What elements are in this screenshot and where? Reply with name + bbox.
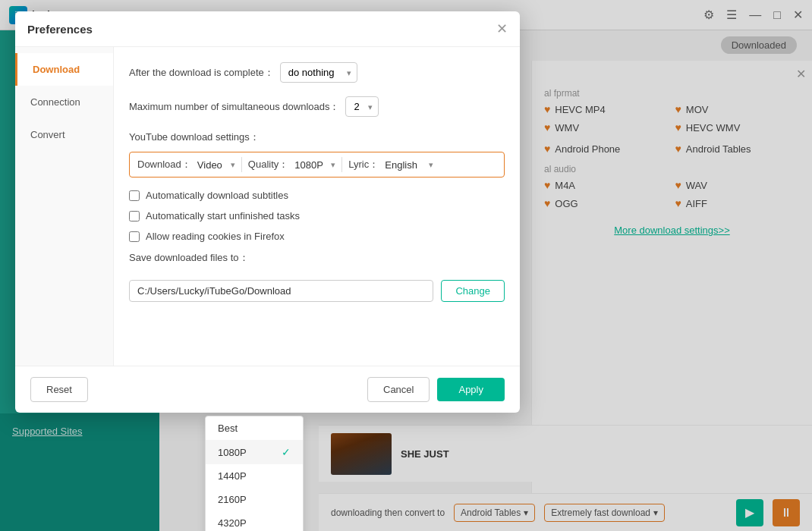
max-downloads-select[interactable]: 1 2 3 4 5	[345, 96, 379, 117]
max-downloads-row: Maximum number of simultaneous downloads…	[129, 96, 505, 117]
quality-option-2160p[interactable]: 2160P	[206, 488, 303, 511]
subtitle-label: Automatically download subtitles	[146, 190, 288, 201]
after-complete-select-wrap: do nothing open folder shutdown	[280, 62, 357, 83]
yt-settings-row: Download： Video Audio Quality： Best 10	[129, 152, 505, 178]
quality-option-best[interactable]: Best	[206, 416, 303, 440]
after-complete-row: After the download is complete： do nothi…	[129, 62, 505, 83]
change-button[interactable]: Change	[441, 280, 505, 302]
after-complete-select[interactable]: do nothing open folder shutdown	[280, 62, 357, 83]
save-row: Change	[129, 280, 505, 302]
yt-lyric-label: Lyric：	[348, 158, 379, 171]
modal-footer: Reset Cancel Apply	[15, 366, 520, 413]
quality-option-1080p[interactable]: 1080P ✓	[206, 440, 303, 464]
checkbox-row-3: Allow reading cookies in Firefox	[129, 231, 505, 242]
yt-quality-select-wrap: Best 1080P 1440P 2160P 4320P	[294, 159, 335, 171]
yt-video-select-wrap: Video Audio	[197, 159, 235, 171]
yt-settings-section: YouTube download settings： Download： Vid…	[129, 130, 505, 178]
quality-option-4320p[interactable]: 4320P	[206, 511, 303, 531]
yt-quality-label: Quality：	[248, 158, 288, 171]
nav-item-convert[interactable]: Convert	[15, 118, 113, 151]
yt-settings-label: YouTube download settings：	[129, 130, 505, 144]
nav-item-connection[interactable]: Connection	[15, 86, 113, 118]
divider-2	[341, 157, 342, 172]
reset-button[interactable]: Reset	[30, 377, 88, 402]
yt-lyric-select[interactable]: English Chinese French	[385, 159, 433, 171]
modal-title: Preferences	[27, 23, 93, 36]
yt-video-select[interactable]: Video Audio	[197, 159, 235, 171]
after-complete-label: After the download is complete：	[129, 66, 274, 80]
subtitle-checkbox[interactable]	[129, 190, 140, 201]
quality-option-1440p[interactable]: 1440P	[206, 464, 303, 488]
yt-lyric-select-wrap: English Chinese French	[385, 159, 433, 171]
unfinished-checkbox[interactable]	[129, 211, 140, 222]
nav-item-download[interactable]: Download	[15, 53, 113, 86]
checkbox-row-2: Automatically start unfinished tasks	[129, 210, 505, 222]
checkbox-row-1: Automatically download subtitles	[129, 190, 505, 201]
divider-1	[241, 157, 242, 172]
cookies-checkbox[interactable]	[129, 231, 140, 242]
modal-close-button[interactable]: ✕	[496, 20, 508, 37]
max-downloads-select-wrap: 1 2 3 4 5	[345, 96, 379, 117]
yt-quality-select[interactable]: Best 1080P 1440P 2160P 4320P	[294, 159, 335, 171]
modal-header: Preferences ✕	[15, 11, 520, 47]
save-label: Save downloaded files to：	[129, 251, 505, 265]
modal-body: Download Connection Convert After the do…	[15, 47, 520, 366]
apply-button[interactable]: Apply	[437, 378, 505, 401]
modal-content: After the download is complete： do nothi…	[114, 47, 520, 366]
modal-sidebar: Download Connection Convert	[15, 47, 114, 366]
check-icon: ✓	[282, 446, 291, 458]
max-downloads-label: Maximum number of simultaneous downloads…	[129, 100, 339, 114]
yt-download-label: Download：	[137, 158, 191, 171]
cookies-label: Allow reading cookies in Firefox	[146, 231, 285, 242]
unfinished-label: Automatically start unfinished tasks	[146, 210, 300, 222]
preferences-modal: Preferences ✕ Download Connection Conver…	[15, 11, 520, 413]
quality-dropdown: Best 1080P ✓ 1440P 2160P 4320P	[205, 416, 304, 531]
save-path-input[interactable]	[129, 280, 433, 302]
cancel-button[interactable]: Cancel	[367, 377, 430, 402]
